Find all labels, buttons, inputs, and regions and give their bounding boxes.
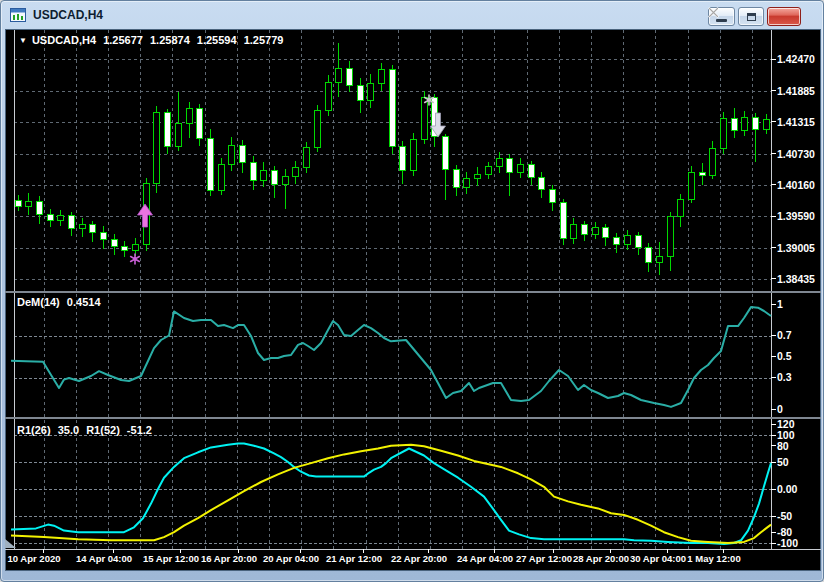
time-axis-label: 15 Apr 12:00 bbox=[143, 553, 199, 564]
candle-body bbox=[378, 69, 384, 83]
candle-body bbox=[763, 120, 769, 130]
r1-axis-label: 80 bbox=[777, 440, 789, 452]
candle-body bbox=[614, 237, 620, 245]
candle-body bbox=[571, 224, 577, 238]
candle-body bbox=[68, 215, 74, 228]
minimize-icon bbox=[716, 19, 727, 22]
candle-body bbox=[79, 224, 85, 228]
candle-body bbox=[411, 139, 417, 171]
candle-body bbox=[624, 235, 630, 245]
candle-body bbox=[550, 189, 556, 202]
time-axis-label: 27 Apr 12:00 bbox=[516, 553, 572, 564]
candle-body bbox=[122, 246, 128, 250]
candle-body bbox=[635, 235, 641, 247]
candle-body bbox=[261, 171, 267, 181]
candle-body bbox=[453, 170, 459, 187]
chart-canvas[interactable]: 1.424701.418851.413151.407301.401601.395… bbox=[1, 1, 824, 582]
candle-body bbox=[507, 159, 513, 173]
candle-body bbox=[731, 118, 737, 130]
price-axis-label: 1.40160 bbox=[777, 179, 815, 191]
candle-body bbox=[603, 227, 609, 237]
candle-body bbox=[560, 202, 566, 238]
candle-body bbox=[314, 111, 320, 148]
candle-body bbox=[90, 224, 96, 233]
candle-body bbox=[197, 109, 203, 138]
candle-body bbox=[592, 227, 598, 234]
candle-body bbox=[304, 148, 310, 168]
candle-body bbox=[346, 68, 352, 85]
time-axis-label: 1 May 12:00 bbox=[687, 553, 740, 564]
candle-body bbox=[111, 239, 117, 246]
candle-body bbox=[239, 146, 245, 162]
candle-body bbox=[101, 233, 107, 240]
time-axis-label: 10 Apr 2020 bbox=[8, 553, 61, 564]
time-axis-label: 22 Apr 20:00 bbox=[391, 553, 447, 564]
r1-axis-label: 50 bbox=[777, 456, 789, 468]
candle-body bbox=[165, 113, 171, 147]
chart-background[interactable] bbox=[5, 29, 821, 571]
close-button[interactable] bbox=[767, 7, 801, 26]
candle-body bbox=[282, 176, 288, 185]
candle-body bbox=[26, 201, 32, 206]
candle-body bbox=[485, 166, 491, 174]
candle-body bbox=[710, 149, 716, 175]
price-axis-label: 1.39005 bbox=[777, 242, 815, 254]
candle-body bbox=[721, 118, 727, 149]
price-axis-label: 1.39590 bbox=[777, 210, 815, 222]
candle-body bbox=[753, 117, 759, 129]
candle-body bbox=[496, 159, 502, 167]
time-axis-label: 30 Apr 04:00 bbox=[630, 553, 686, 564]
chart-window: 1.424701.418851.413151.407301.401601.395… bbox=[0, 0, 824, 582]
candle-body bbox=[678, 199, 684, 216]
candle-body bbox=[421, 98, 427, 139]
candle-body bbox=[742, 117, 748, 130]
time-axis-label: 16 Apr 20:00 bbox=[201, 553, 257, 564]
candle-body bbox=[582, 224, 588, 234]
candle-body bbox=[667, 217, 673, 257]
candle-body bbox=[699, 173, 705, 175]
candle-body bbox=[539, 177, 545, 189]
candle-body bbox=[389, 69, 395, 146]
restore-icon bbox=[747, 13, 756, 21]
candle-body bbox=[133, 245, 139, 250]
dem-axis-label: 0 bbox=[777, 403, 783, 415]
time-axis-label: 21 Apr 12:00 bbox=[326, 553, 382, 564]
candle-body bbox=[656, 257, 662, 262]
time-axis-label: 20 Apr 04:00 bbox=[263, 553, 319, 564]
candle-body bbox=[357, 86, 363, 101]
price-axis-label: 1.42470 bbox=[777, 53, 815, 65]
price-axis-label: 1.41315 bbox=[777, 116, 815, 128]
pane-separator-r1[interactable] bbox=[5, 417, 821, 419]
price-axis-label: 1.40730 bbox=[777, 148, 815, 160]
candle-body bbox=[175, 124, 181, 147]
time-axis-label: 28 Apr 20:00 bbox=[573, 553, 629, 564]
candle-body bbox=[368, 84, 374, 101]
candle-body bbox=[336, 68, 342, 82]
candle-body bbox=[36, 201, 42, 214]
titlebar[interactable]: USDCAD,H4 bbox=[1, 1, 823, 29]
price-axis-label: 1.38435 bbox=[777, 273, 815, 285]
close-icon bbox=[708, 7, 719, 18]
time-axis-label: 24 Apr 04:00 bbox=[457, 553, 513, 564]
candle-body bbox=[293, 167, 299, 176]
window-title: USDCAD,H4 bbox=[33, 8, 103, 22]
chart-window-icon bbox=[10, 7, 27, 23]
candle-body bbox=[15, 200, 21, 207]
restore-button[interactable] bbox=[738, 7, 764, 26]
r1-axis-label: -100 bbox=[777, 537, 798, 549]
candle-body bbox=[517, 164, 523, 173]
candle-body bbox=[207, 138, 213, 190]
candle-body bbox=[154, 113, 160, 184]
price-axis-label: 1.41885 bbox=[777, 85, 815, 97]
r1-axis-label: -50 bbox=[777, 510, 792, 522]
candle-body bbox=[443, 137, 449, 170]
time-axis-label: 14 Apr 04:00 bbox=[76, 553, 132, 564]
candle-body bbox=[646, 247, 652, 262]
dem-axis-label: 1 bbox=[777, 298, 783, 310]
dem-axis-label: 0.7 bbox=[777, 329, 792, 341]
candle-body bbox=[528, 164, 534, 177]
candle-body bbox=[47, 214, 53, 221]
candle-body bbox=[58, 215, 64, 220]
candle-body bbox=[688, 173, 694, 199]
pane-separator-dem[interactable] bbox=[5, 291, 821, 293]
